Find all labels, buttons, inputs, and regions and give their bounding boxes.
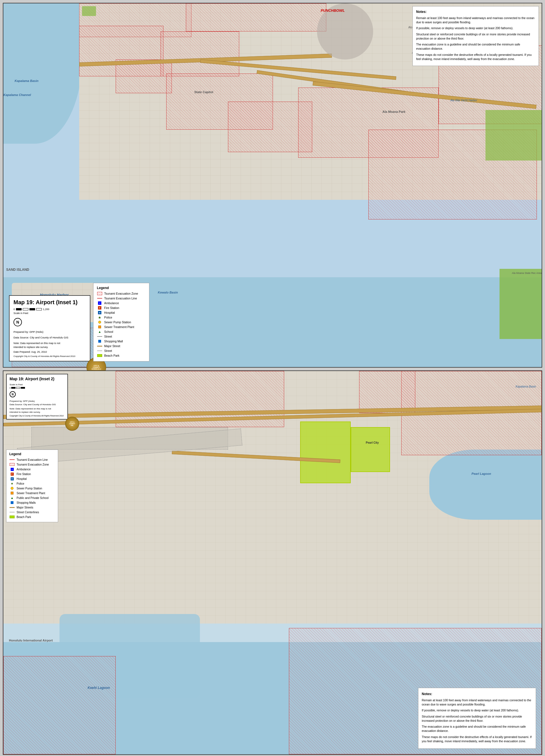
legend-sym-street2 [97, 349, 102, 353]
legend2-fire-mark: F [12, 473, 13, 475]
legend-item-sewer-pump: Sewer Pump Station [97, 320, 146, 324]
legend-item-evac-line: Tsunami Evacuation Line [97, 296, 146, 300]
note-1-0: Remain at least 100 feet away from inlan… [416, 16, 535, 24]
note-2-1: If possible, remove or deploy vessels to… [422, 708, 532, 713]
ambulance-icon: + [98, 301, 101, 305]
legend2-sym-ambulance: + [9, 467, 15, 471]
legend-label-hospital: Hospital [104, 311, 115, 314]
legend-sym-shopping [97, 339, 102, 343]
legend-label-street: Street [104, 335, 112, 338]
scale-seg-2 [29, 308, 35, 310]
legend2-school-icon: ▲ [11, 496, 14, 500]
date-1: Date Prepared: Aug. 25, 2010 [13, 350, 86, 354]
map2-title: Map 19: Airport (Inset 2) [10, 377, 65, 381]
legend2-item-fire: F Fire Station [9, 472, 55, 476]
punchbowl-label: PUNCHBOWL [321, 8, 345, 13]
legend-label-fire: Fire Station [104, 306, 119, 310]
ala-moana-state-label: Ala Moana State Rec Area [512, 272, 542, 274]
legend2-label-sewer-pump: Sewer Pump Station [17, 487, 42, 490]
note-1: Note: Data represented on this map is no… [13, 341, 86, 349]
legend-item-school: ▲ School [97, 330, 146, 334]
legend2-evac-zone-icon [10, 463, 15, 466]
pearl-lagoon-label: Pearl Lagoon [471, 472, 491, 475]
legend-title-2: Legend [9, 452, 55, 456]
legend2-item-school: ▲ Public and Private School [9, 496, 55, 500]
evac-zone-2 [186, 3, 326, 31]
shopping-icon [98, 340, 101, 343]
notes-title-1: Notes: [416, 9, 535, 14]
seal-text-1: CITY &COUNTYHONOLULU [90, 364, 102, 371]
note-2-4: These maps do not consider the destructi… [422, 735, 532, 743]
scale2-seg1 [11, 387, 15, 389]
legend-item-major-street: Major Street [97, 344, 146, 348]
pearl-city-label: Pearl City [366, 441, 379, 444]
legend-title-1: Legend [97, 286, 146, 290]
note-1-3: The evacuation zone is a guideline and s… [416, 42, 535, 51]
legend2-label-ambulance: Ambulance [17, 468, 31, 471]
sewer-treat-icon [98, 326, 101, 328]
legend-item-sewer-treat: Sewer Treatment Plant [97, 325, 146, 329]
prepared-by-2: Prepared by: DPP (Holis) [10, 400, 65, 403]
legend2-sym-evac-zone [9, 462, 15, 466]
kewalo-basin-label: Kewalo Basin [158, 291, 178, 294]
legend2-label-shopping: Shopping Malls [17, 501, 36, 504]
note-1-1: If possible, remove or deploy vessels to… [416, 26, 535, 30]
ala-moana-park [486, 110, 542, 161]
legend2-sym-sewer-treat [9, 491, 15, 495]
scale-1200: 1,200 [43, 308, 49, 311]
legend-item-street: Street [97, 335, 146, 338]
note-1-4: These maps do not consider the destructi… [416, 53, 535, 61]
note-2-2: Structural steel or reinforced concrete … [422, 714, 532, 723]
legend-item-beach: Beach Park [97, 354, 146, 358]
legend-label-evac-line: Tsunami Evacuation Line [104, 297, 137, 300]
legend2-major-streets-icon [10, 507, 15, 508]
notes-title-2: Notes: [422, 691, 532, 697]
legend-label-beach: Beach Park [104, 354, 119, 357]
legend-label-street2: Street [104, 349, 112, 352]
legend-item-evac-zone: Tsunami Evacuation Zone [97, 292, 146, 295]
legend2-fire-icon: F [11, 473, 14, 476]
kapalama-basin [3, 3, 82, 144]
copyright-2: Copyright City & County of Honolulu All … [10, 415, 65, 417]
legend-box-1: Legend Tsunami Evacuation Zone Tsunami E… [93, 283, 149, 361]
prepared-by-1: Prepared by: DPP (Holis) [13, 330, 86, 334]
legend2-hospital-icon: H [11, 477, 14, 480]
data-source-1: Data Source: City and County of Honolulu… [13, 335, 86, 340]
evac-zone-4 [161, 31, 239, 76]
legend-box-2: Legend Tsunami Evacuation Line Tsunami E… [6, 450, 58, 522]
legend2-label-evac-zone: Tsunami Evacuation Zone [17, 463, 49, 466]
title-meta-2: Prepared by: DPP (Holis) Data Source: Ci… [10, 400, 65, 414]
legend-sym-hospital: H [97, 311, 102, 315]
map-panel-2: Keehi Lagoon Pearl Lagoon Honolulu Inter… [3, 370, 542, 755]
evac-line-icon [97, 298, 102, 299]
legend-sym-evac-zone [97, 292, 102, 295]
legend-label-shopping: Shopping Mall [104, 340, 123, 343]
legend-sym-ambulance: + [97, 301, 102, 305]
legend-sym-street [97, 335, 102, 338]
legend2-item-shopping: Shopping Malls [9, 501, 55, 505]
notes-box-1: Notes: Remain at least 100 feet away fro… [413, 6, 539, 66]
legend-label-sewer-pump: Sewer Pump Station [104, 320, 131, 324]
legend-item-police: ★ Police [97, 315, 146, 319]
legend2-item-street-centerlines: Street Centerlines [9, 510, 55, 514]
scale-bar-2: 0 [10, 387, 65, 389]
compass-1: N [13, 318, 22, 326]
legend2-evac-line-icon [10, 459, 15, 460]
street-icon [97, 336, 102, 337]
keehi-lagoon-label: Keehi Lagoon [88, 686, 110, 690]
seal-text-2: CITY &COUNTYHNL [68, 421, 75, 427]
legend-label-police: Police [104, 316, 112, 319]
legend2-sewer-treat-icon [11, 492, 13, 494]
legend2-street-centerlines-icon [10, 512, 15, 512]
legend2-item-ambulance: + Ambulance [9, 467, 55, 471]
scale2-0: 0 [10, 387, 11, 389]
legend-label-major-street: Major Street [104, 344, 120, 348]
note-2-0: Remain at least 100 feet away from inlan… [422, 698, 532, 707]
legend2-label-police: Police [17, 482, 24, 485]
legend-label-sewer-treat: Sewer Treatment Plant [104, 325, 134, 329]
legend-label-ambulance: Ambulance [104, 301, 119, 305]
scale-seg-3 [36, 308, 42, 310]
note-1-2: Structural steel or reinforced concrete … [416, 32, 535, 41]
legend2-item-beach: Beach Park [9, 515, 55, 519]
legend2-shopping-icon [11, 501, 13, 504]
